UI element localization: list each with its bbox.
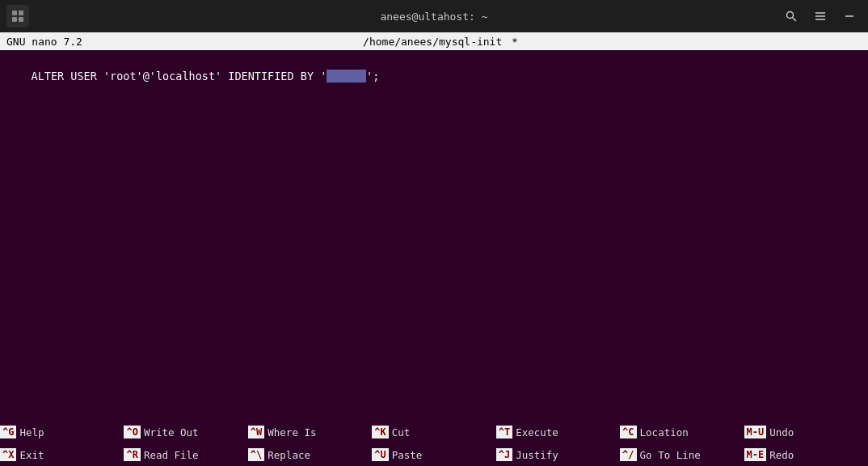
window-title: anees@ultahost: ~ <box>380 11 487 23</box>
svg-rect-3 <box>19 17 23 22</box>
shortcut-label: Justify <box>512 449 558 461</box>
shortcut-key: M-E <box>744 448 767 461</box>
shortcut-bar: ^GHelp^OWrite Out^WWhere Is^KCut^TExecut… <box>0 421 868 466</box>
titlebar: anees@ultahost: ~ <box>0 0 868 32</box>
app-icon[interactable] <box>6 5 29 28</box>
shortcut-item[interactable]: ^OWrite Out <box>124 421 247 443</box>
shortcut-key: ^X <box>0 448 16 461</box>
shortcut-item[interactable]: ^GHelp <box>0 421 124 443</box>
titlebar-left <box>6 5 29 28</box>
search-button[interactable] <box>779 5 803 28</box>
nano-filename: /home/anees/mysql-init * <box>298 36 584 48</box>
nano-modified: * <box>512 36 518 48</box>
shortcut-row-2: ^XExit^RRead File^\Replace^UPaste^JJusti… <box>0 443 868 466</box>
cursor <box>327 70 366 83</box>
shortcut-label: Replace <box>264 449 310 461</box>
shortcut-key: ^/ <box>620 448 636 461</box>
shortcut-key: M-U <box>744 426 767 438</box>
shortcut-item[interactable]: ^JJustify <box>496 443 620 466</box>
svg-rect-0 <box>12 11 17 15</box>
shortcut-label: Read File <box>141 449 199 461</box>
editor-line-1: ALTER USER 'root'@'localhost' IDENTIFIED… <box>5 53 863 100</box>
svg-rect-2 <box>12 17 17 22</box>
shortcut-key: ^J <box>496 448 512 461</box>
shortcut-key: ^O <box>124 426 140 438</box>
shortcut-item[interactable]: M-ERedo <box>744 443 868 466</box>
editor[interactable]: ALTER USER 'root'@'localhost' IDENTIFIED… <box>0 50 868 403</box>
shortcut-item[interactable]: ^CLocation <box>620 421 744 443</box>
svg-point-4 <box>787 12 794 19</box>
svg-line-5 <box>793 18 797 22</box>
shortcut-item[interactable]: ^TExecute <box>496 421 620 443</box>
shortcut-label: Exit <box>16 449 44 461</box>
titlebar-controls <box>779 5 862 28</box>
shortcut-key: ^T <box>496 426 512 438</box>
shortcut-label: Cut <box>389 426 411 438</box>
shortcut-label: Write Out <box>141 426 199 438</box>
shortcut-item[interactable]: ^WWhere Is <box>248 421 372 443</box>
shortcut-key: ^C <box>620 426 636 438</box>
shortcut-label: Paste <box>389 449 423 461</box>
shortcut-key: ^R <box>124 448 140 461</box>
menu-button[interactable] <box>808 5 832 28</box>
shortcut-label: Go To Line <box>637 449 701 461</box>
shortcut-label: Undo <box>766 426 794 438</box>
shortcut-key: ^U <box>372 448 388 461</box>
shortcut-key: ^G <box>0 426 16 438</box>
shortcut-key: ^K <box>372 426 388 438</box>
shortcut-item[interactable]: ^XExit <box>0 443 124 466</box>
minimize-button[interactable] <box>837 5 862 28</box>
shortcut-item[interactable]: ^/Go To Line <box>620 443 744 466</box>
nano-header: GNU nano 7.2 /home/anees/mysql-init * <box>0 32 868 50</box>
statusbar <box>0 403 868 421</box>
shortcut-label: Redo <box>766 449 794 461</box>
shortcut-label: Location <box>637 426 689 438</box>
shortcut-item[interactable]: ^UPaste <box>372 443 495 466</box>
shortcut-item[interactable]: ^\Replace <box>248 443 372 466</box>
shortcut-label: Where Is <box>264 426 316 438</box>
shortcut-key: ^\ <box>248 448 264 461</box>
shortcut-label: Help <box>16 426 44 438</box>
shortcut-item[interactable]: ^KCut <box>372 421 495 443</box>
shortcut-key: ^W <box>248 426 264 438</box>
shortcut-row-1: ^GHelp^OWrite Out^WWhere Is^KCut^TExecut… <box>0 421 868 443</box>
shortcut-label: Execute <box>512 426 558 438</box>
shortcut-item[interactable]: M-UUndo <box>744 421 868 443</box>
shortcut-item[interactable]: ^RRead File <box>124 443 247 466</box>
nano-version: GNU nano 7.2 <box>0 36 298 48</box>
svg-rect-1 <box>19 11 23 15</box>
